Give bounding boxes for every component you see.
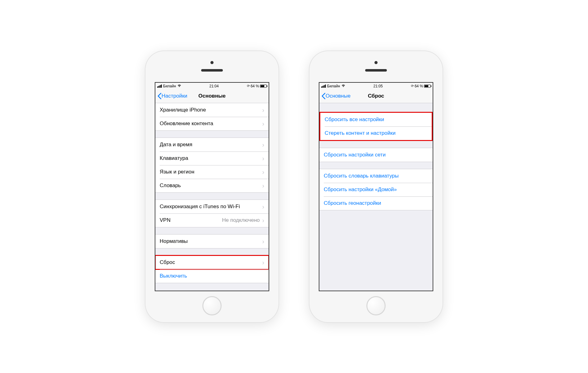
chevron-right-icon: › <box>262 155 264 161</box>
row-label: Словарь <box>160 182 181 189</box>
back-label: Основные <box>326 93 351 99</box>
row-language-region[interactable]: Язык и регион › <box>155 165 269 179</box>
back-button[interactable]: Настройки <box>155 93 187 99</box>
row-label: Сбросить все настройки <box>325 116 384 123</box>
row-dictionary[interactable]: Словарь › <box>155 179 269 192</box>
row-reset-keyboard-dict[interactable]: Сбросить словарь клавиатуры <box>319 169 433 183</box>
chevron-left-icon <box>321 93 326 99</box>
row-label: Сбросить геонастройки <box>324 200 381 206</box>
row-shutdown[interactable]: Выключить <box>155 269 269 283</box>
row-reset-all-settings[interactable]: Сбросить все настройки <box>320 113 432 126</box>
row-label: Язык и регион <box>160 169 194 175</box>
row-label: Хранилище iPhone <box>160 107 206 113</box>
home-button[interactable] <box>202 296 222 315</box>
group-datetime: Дата и время › Клавиатура › Язык и регио… <box>155 138 269 193</box>
row-reset[interactable]: Сброс › <box>155 256 269 269</box>
speaker-grille <box>365 69 387 72</box>
row-storage[interactable]: Хранилище iPhone › <box>155 103 269 117</box>
rotation-lock-icon: ⟳ <box>247 84 250 88</box>
row-label: Нормативы <box>160 238 188 244</box>
battery-label: 64 % <box>415 84 423 88</box>
screen-right: Билайн 21:05 ⟳ 64 % Основные Сброс <box>319 82 433 291</box>
chevron-right-icon: › <box>262 259 264 265</box>
group-sync: Синхронизация с iTunes по Wi-Fi › VPN Не… <box>155 200 269 227</box>
clock: 21:05 <box>374 84 383 88</box>
group-reset: Сброс › Выключить <box>155 255 269 283</box>
chevron-left-icon <box>157 93 162 99</box>
group-reset-network: Сбросить настройки сети <box>319 148 433 162</box>
status-bar: Билайн 21:04 ⟳ 64 % <box>155 83 269 90</box>
status-bar: Билайн 21:05 ⟳ 64 % <box>319 83 433 90</box>
screen-left: Билайн 21:04 ⟳ 64 % Настройки Основные <box>155 82 269 291</box>
row-background-refresh[interactable]: Обновление контента › <box>155 117 269 130</box>
clock: 21:04 <box>210 84 219 88</box>
row-label: Обновление контента <box>160 121 213 127</box>
back-button[interactable]: Основные <box>319 93 351 99</box>
row-erase-content[interactable]: Стереть контент и настройки <box>320 126 432 140</box>
row-reset-network[interactable]: Сбросить настройки сети <box>319 148 433 162</box>
chevron-right-icon: › <box>262 107 264 113</box>
back-label: Настройки <box>162 93 187 99</box>
row-label: Выключить <box>160 273 187 279</box>
reset-content[interactable]: Сбросить все настройки Стереть контент и… <box>319 103 433 291</box>
row-label: Синхронизация с iTunes по Wi-Fi <box>160 204 240 210</box>
row-keyboard[interactable]: Клавиатура › <box>155 151 269 165</box>
rotation-lock-icon: ⟳ <box>411 84 414 88</box>
row-label: Сброс <box>160 259 175 265</box>
home-button[interactable] <box>366 296 386 315</box>
battery-icon <box>260 85 267 88</box>
carrier-label: Билайн <box>327 84 340 88</box>
row-label: Сбросить словарь клавиатуры <box>324 173 399 179</box>
phone-mockup-left: Билайн 21:04 ⟳ 64 % Настройки Основные <box>145 51 279 322</box>
row-regulatory[interactable]: Нормативы › <box>155 235 269 248</box>
front-camera <box>374 61 378 64</box>
settings-content[interactable]: Хранилище iPhone › Обновление контента ›… <box>155 103 269 291</box>
row-label: Сбросить настройки «Домой» <box>324 186 397 193</box>
row-reset-location[interactable]: Сбросить геонастройки <box>319 196 433 210</box>
group-reset-misc: Сбросить словарь клавиатуры Сбросить нас… <box>319 169 433 210</box>
wifi-icon <box>341 84 345 88</box>
signal-icon <box>321 85 326 88</box>
chevron-right-icon: › <box>262 204 264 210</box>
nav-bar: Основные Сброс <box>319 90 433 103</box>
signal-icon <box>157 85 162 88</box>
group-regulatory: Нормативы › <box>155 234 269 248</box>
row-label: Сбросить настройки сети <box>324 152 386 158</box>
row-label: Стереть контент и настройки <box>325 130 396 136</box>
phone-mockup-right: Билайн 21:05 ⟳ 64 % Основные Сброс <box>309 51 443 322</box>
row-itunes-wifi-sync[interactable]: Синхронизация с iTunes по Wi-Fi › <box>155 200 269 213</box>
chevron-right-icon: › <box>262 169 264 175</box>
group-storage: Хранилище iPhone › Обновление контента › <box>155 103 269 131</box>
row-date-time[interactable]: Дата и время › <box>155 138 269 151</box>
speaker-grille <box>201 69 223 72</box>
chevron-right-icon: › <box>262 121 264 127</box>
row-label: VPN <box>160 217 171 223</box>
row-label: Дата и время <box>160 142 192 148</box>
chevron-right-icon: › <box>262 182 264 189</box>
nav-bar: Настройки Основные <box>155 90 269 103</box>
front-camera <box>210 61 214 64</box>
wifi-icon <box>177 84 181 88</box>
carrier-label: Билайн <box>163 84 176 88</box>
row-label: Клавиатура <box>160 155 188 161</box>
row-detail: Не подключено <box>222 217 260 223</box>
chevron-right-icon: › <box>262 142 264 148</box>
chevron-right-icon: › <box>262 238 264 244</box>
battery-icon <box>424 85 431 88</box>
row-vpn[interactable]: VPN Не подключено › <box>155 213 269 227</box>
chevron-right-icon: › <box>262 217 264 223</box>
group-reset-main: Сбросить все настройки Стереть контент и… <box>319 112 433 141</box>
battery-label: 64 % <box>251 84 259 88</box>
row-reset-home-layout[interactable]: Сбросить настройки «Домой» <box>319 183 433 196</box>
